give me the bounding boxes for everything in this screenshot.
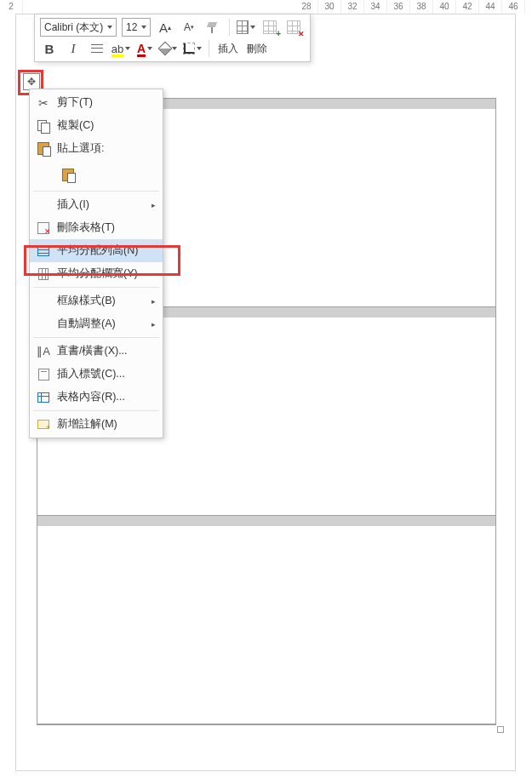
chevron-down-icon (172, 47, 177, 50)
ruler-tick: 42 (456, 0, 479, 14)
paste-keep-source-button[interactable] (57, 163, 79, 186)
font-size-combo[interactable]: 12 (122, 18, 151, 37)
separator (33, 287, 159, 288)
ruler-tick: 32 (341, 0, 364, 14)
table-styles-button[interactable] (237, 18, 255, 37)
borders-button[interactable] (183, 39, 202, 58)
shrink-font-button[interactable]: A▾ (180, 18, 198, 37)
ruler-tick: 2 (0, 0, 23, 14)
table-grid-icon (287, 20, 300, 34)
font-color-icon: A (137, 42, 146, 55)
ruler-tick: 44 (479, 0, 502, 14)
ruler-tick: 38 (410, 0, 433, 14)
table-grid-icon (237, 20, 249, 34)
separator (33, 410, 159, 411)
chevron-down-icon (250, 26, 255, 29)
ruler-tick: 36 (387, 0, 410, 14)
distribute-rows-icon (35, 243, 52, 260)
ruler-tick: 28 (295, 0, 318, 14)
menu-paste-options-header: 貼上選項: (30, 137, 163, 160)
text-direction-icon: ‖A (35, 343, 52, 360)
table-properties-icon (35, 389, 52, 406)
separator (209, 40, 209, 57)
delete-label[interactable]: 刪除 (245, 39, 269, 58)
separator (33, 337, 159, 338)
menu-insert-caption[interactable]: 插入標號(C)... (30, 363, 163, 386)
ruler-tick: 34 (364, 0, 387, 14)
table-context-menu: ✂ 剪下(T) 複製(C) 貼上選項: 插入(I) ▸ 刪除表格(T) 平均分配… (29, 89, 163, 438)
menu-new-comment[interactable]: 新增註解(M) (30, 413, 163, 436)
table-move-handle[interactable]: ✥ (23, 73, 40, 90)
chevron-down-icon (147, 47, 152, 50)
mini-toolbar: Calibri (本文) 12 A▴ A▾ B I ab A 插入 刪除 (34, 14, 311, 62)
chevron-down-icon (141, 26, 146, 29)
font-color-button[interactable]: A (135, 39, 154, 58)
submenu-arrow-icon: ▸ (152, 297, 156, 306)
copy-icon (35, 117, 52, 134)
paste-options-row (30, 160, 163, 189)
menu-text-direction[interactable]: ‖A 直書/橫書(X)... (30, 340, 163, 363)
table-resize-handle[interactable] (497, 726, 504, 733)
clipboard-icon (62, 169, 74, 181)
font-name-value: Calibri (本文) (44, 19, 103, 36)
shading-button[interactable] (159, 39, 178, 58)
insert-row-col-button[interactable] (260, 18, 279, 37)
separator (229, 19, 230, 36)
highlight-color-button[interactable]: ab (112, 39, 130, 58)
menu-distribute-rows[interactable]: 平均分配列高(N) (30, 239, 163, 262)
menu-insert[interactable]: 插入(I) ▸ (30, 193, 163, 216)
menu-autofit[interactable]: 自動調整(A) ▸ (30, 312, 163, 335)
highlight-icon: ab (112, 43, 123, 55)
font-size-value: 12 (126, 19, 137, 36)
menu-cut[interactable]: ✂ 剪下(T) (30, 91, 163, 114)
italic-button[interactable]: I (64, 39, 83, 58)
bold-button[interactable]: B (40, 39, 59, 58)
chevron-down-icon (125, 47, 130, 50)
bucket-icon (158, 42, 173, 56)
table-grid-icon (263, 20, 277, 34)
separator (33, 191, 159, 192)
font-name-combo[interactable]: Calibri (本文) (40, 18, 117, 37)
align-button[interactable] (88, 39, 106, 58)
align-icon (91, 43, 103, 54)
delete-table-icon (35, 220, 52, 237)
distribute-cols-icon (35, 266, 52, 283)
insert-label[interactable]: 插入 (216, 39, 240, 58)
chevron-down-icon (197, 47, 202, 50)
comment-icon (35, 416, 52, 433)
menu-border-styles[interactable]: 框線樣式(B) ▸ (30, 289, 163, 312)
move-icon: ✥ (27, 76, 36, 88)
table-row[interactable] (37, 516, 495, 724)
submenu-arrow-icon: ▸ (152, 320, 156, 329)
menu-delete-table[interactable]: 刪除表格(T) (30, 216, 163, 239)
chevron-down-icon (107, 26, 112, 29)
ruler-tick: 46 (502, 0, 525, 14)
scissors-icon: ✂ (35, 94, 52, 112)
border-icon (183, 43, 195, 54)
format-painter-button[interactable] (203, 18, 222, 37)
menu-copy[interactable]: 複製(C) (30, 114, 163, 137)
menu-distribute-cols[interactable]: 平均分配欄寬(Y) (30, 262, 163, 285)
brush-icon (206, 20, 220, 34)
menu-table-properties[interactable]: 表格內容(R)... (30, 386, 163, 409)
caption-icon (35, 366, 52, 383)
grow-font-button[interactable]: A▴ (156, 18, 174, 37)
clipboard-icon (35, 140, 52, 157)
ruler-tick: 40 (433, 0, 456, 14)
delete-row-col-button[interactable] (284, 18, 303, 37)
submenu-arrow-icon: ▸ (152, 201, 156, 209)
horizontal-ruler: 2 28 30 32 34 36 38 40 42 44 46 (0, 0, 532, 14)
ruler-tick: 30 (318, 0, 341, 14)
